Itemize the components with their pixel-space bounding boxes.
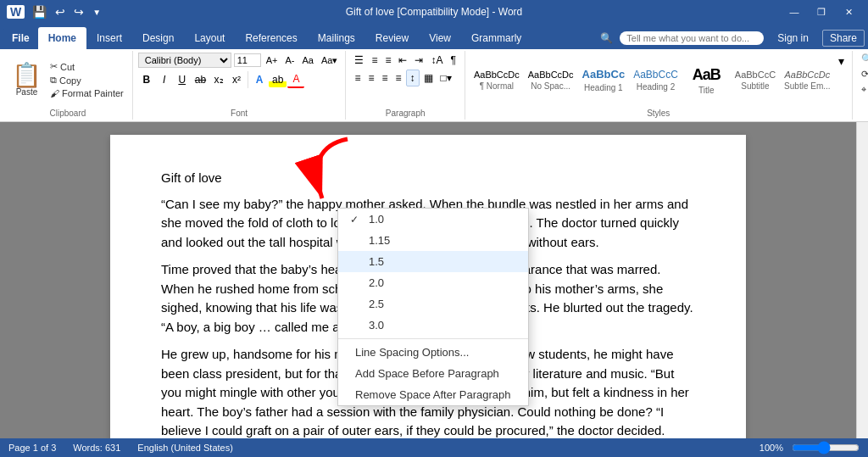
superscript-button[interactable]: x² [228, 72, 245, 87]
tab-mailings[interactable]: Mailings [308, 27, 365, 49]
minimize-button[interactable]: ― [782, 0, 807, 24]
decrease-font-btn[interactable]: A- [283, 53, 298, 67]
align-center-button[interactable]: ≡ [364, 70, 377, 86]
tab-file[interactable]: File [3, 27, 38, 49]
quick-access-toolbar: 💾 ↩ ↪ ▼ [30, 3, 103, 20]
paste-button[interactable]: 📋 Paste [8, 62, 45, 98]
align-right-button[interactable]: ≡ [378, 70, 391, 86]
editing-group: 🔍 Find▾ ⟳ Replace ⌖ Select▾ Editing [853, 51, 868, 120]
spacing-2-0[interactable]: 2.0 [338, 272, 528, 293]
style-title[interactable]: AaB Title [683, 63, 730, 97]
increase-indent-button[interactable]: ⇥ [411, 53, 426, 68]
select-button[interactable]: ⌖ Select▾ [858, 83, 868, 96]
close-button[interactable]: ✕ [836, 0, 861, 24]
decrease-indent-button[interactable]: ⇤ [395, 53, 410, 68]
format-painter-icon: 🖌 [50, 88, 59, 98]
spacing-1-5[interactable]: 1.5 [338, 251, 528, 272]
tab-grammarly[interactable]: Grammarly [461, 27, 531, 49]
spacing-1-15[interactable]: 1.15 [338, 230, 528, 251]
align-left-button[interactable]: ≡ [351, 70, 364, 86]
styles-gallery: AaBbCcDc ¶ Normal AaBbCcDc No Spac... Aa… [470, 53, 847, 107]
tab-insert[interactable]: Insert [86, 27, 132, 49]
italic-button[interactable]: I [156, 72, 173, 87]
tab-references[interactable]: References [235, 27, 307, 49]
underline-button[interactable]: U [174, 72, 191, 87]
copy-button[interactable]: ⧉ Copy [47, 74, 127, 86]
styles-expand-button[interactable]: ▾ [836, 53, 847, 70]
replace-icon: ⟳ [861, 69, 868, 80]
spacing-2-5[interactable]: 2.5 [338, 293, 528, 315]
paragraph-group-content: ☰ ≡ ≡ ⇤ ⇥ ↕A ¶ ≡ ≡ ≡ ≡ ↕ ▦ □▾ [351, 53, 459, 107]
editing-group-content: 🔍 Find▾ ⟳ Replace ⌖ Select▾ [858, 53, 868, 107]
style-subtitle-label: Subtitle [741, 81, 769, 91]
bullets-button[interactable]: ☰ [351, 53, 367, 68]
tab-design[interactable]: Design [132, 27, 184, 49]
increase-font-btn[interactable]: A+ [264, 53, 281, 67]
tab-layout[interactable]: Layout [184, 27, 235, 49]
word-count: Words: 631 [73, 443, 120, 453]
undo-icon[interactable]: ↩ [53, 3, 68, 20]
tell-me-input[interactable] [620, 31, 764, 45]
ribbon-tabs-bar: File Home Insert Design Layout Reference… [0, 24, 868, 49]
sort-button[interactable]: ↕A [427, 53, 446, 68]
add-space-before-label: Add Space Before Paragraph [355, 367, 499, 380]
spacing-1-0[interactable]: ✓ 1.0 [338, 209, 528, 230]
font-group-label: Font [138, 107, 341, 118]
font-row-2: B I U ab x₂ x² A ab A [138, 71, 305, 88]
spacing-divider [338, 338, 528, 339]
style-subtle-em[interactable]: AaBbCcDc Subtle Em... [781, 67, 833, 92]
tab-review[interactable]: Review [365, 27, 419, 49]
sign-in-button[interactable]: Sign in [771, 31, 815, 46]
zoom-slider[interactable] [792, 441, 860, 454]
add-space-before-btn[interactable]: Add Space Before Paragraph [338, 363, 528, 384]
document-area[interactable]: Gift of love “Can I see my baby?” the ha… [0, 122, 856, 438]
style-heading2-preview: AaBbCcC [633, 68, 678, 82]
justify-button[interactable]: ≡ [392, 70, 405, 86]
clipboard-group-content: 📋 Paste ✂ Cut ⧉ Copy 🖌 Format Painter [8, 53, 127, 107]
change-case-btn[interactable]: Aa▾ [319, 53, 340, 68]
format-painter-button[interactable]: 🖌 Format Painter [47, 87, 127, 99]
restore-button[interactable]: ❒ [809, 0, 834, 24]
title-bar-left: W 💾 ↩ ↪ ▼ [7, 3, 103, 20]
clear-format-btn[interactable]: Aa [300, 53, 316, 67]
style-subtle-em-label: Subtle Em... [784, 81, 830, 91]
tab-home[interactable]: Home [38, 27, 86, 49]
style-no-spacing[interactable]: AaBbCcDc No Spac... [525, 67, 577, 92]
font-row-1: Calibri (Body) A+ A- Aa Aa▾ [138, 53, 341, 68]
share-button[interactable]: Share [822, 30, 865, 47]
cut-button[interactable]: ✂ Cut [47, 60, 127, 73]
redo-icon[interactable]: ↪ [71, 3, 86, 20]
bold-button[interactable]: B [138, 72, 155, 87]
text-highlight-button[interactable]: ab [269, 72, 287, 87]
subscript-button[interactable]: x₂ [210, 72, 227, 87]
styles-group-label: Styles [470, 107, 847, 118]
font-size-input[interactable] [234, 53, 261, 67]
tab-view[interactable]: View [419, 27, 461, 49]
numbering-button[interactable]: ≡ [368, 53, 381, 68]
scrollbar[interactable] [856, 122, 868, 438]
style-normal-label: ¶ Normal [480, 81, 514, 91]
font-group-content: Calibri (Body) A+ A- Aa Aa▾ B I U ab x₂ … [138, 53, 341, 107]
replace-button[interactable]: ⟳ Replace [858, 68, 868, 81]
style-subtitle[interactable]: AaBbCcC Subtitle [732, 67, 779, 92]
line-spacing-dropdown: ✓ 1.0 1.15 1.5 2.0 2.5 [337, 208, 529, 406]
styles-group: AaBbCcDc ¶ Normal AaBbCcDc No Spac... Aa… [465, 51, 853, 120]
strikethrough-button[interactable]: ab [192, 72, 209, 87]
text-effects-button[interactable]: A [251, 72, 268, 87]
shading-button[interactable]: ▦ [420, 70, 437, 86]
multilevel-button[interactable]: ≡ [381, 53, 394, 68]
style-heading2[interactable]: AaBbCcC Heading 2 [630, 66, 682, 93]
line-spacing-button[interactable]: ↕ [406, 70, 420, 86]
spacing-options-btn[interactable]: Line Spacing Options... [338, 342, 528, 363]
style-normal[interactable]: AaBbCcDc ¶ Normal [470, 67, 523, 92]
remove-space-after-btn[interactable]: Remove Space After Paragraph [338, 384, 528, 405]
spacing-3-0[interactable]: 3.0 [338, 315, 528, 336]
save-icon[interactable]: 💾 [30, 3, 49, 20]
font-color-button[interactable]: A [287, 71, 304, 88]
font-name-select[interactable]: Calibri (Body) [138, 53, 231, 68]
find-button[interactable]: 🔍 Find▾ [858, 53, 868, 65]
show-marks-button[interactable]: ¶ [448, 53, 459, 68]
style-heading1[interactable]: AaBbCc Heading 1 [579, 65, 629, 93]
borders-button[interactable]: □▾ [437, 70, 455, 86]
customize-icon[interactable]: ▼ [90, 6, 103, 19]
